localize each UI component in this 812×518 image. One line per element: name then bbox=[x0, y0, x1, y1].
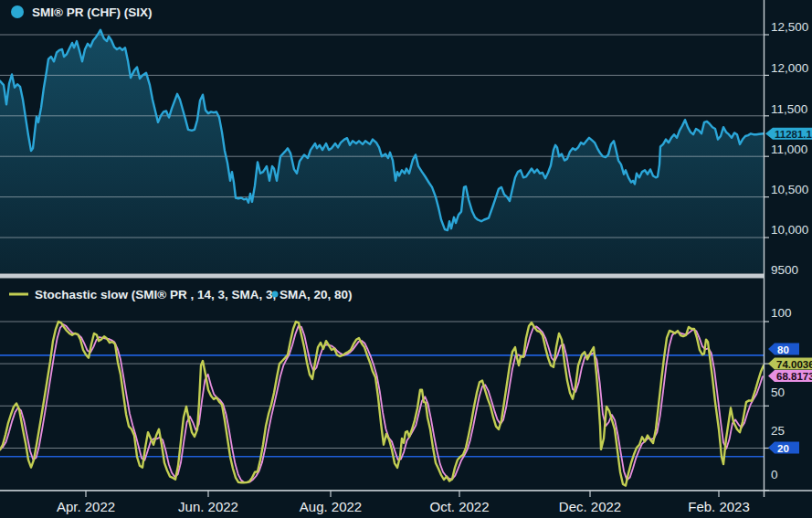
axis-label: Apr. 2022 bbox=[57, 499, 115, 514]
axis-label: 12,000 bbox=[771, 61, 808, 75]
panel-separator[interactable] bbox=[0, 274, 764, 279]
axis-label: 9500 bbox=[771, 263, 798, 277]
tag-value: 20 bbox=[777, 443, 789, 454]
stochastic-band-tag-20: 20 bbox=[768, 442, 799, 454]
price-legend-label: SMI® PR (CHF) (SIX) bbox=[32, 5, 152, 19]
axis-label: 0 bbox=[771, 468, 778, 481]
axis-label: 10,000 bbox=[771, 223, 808, 237]
axis-label: 12,500 bbox=[771, 20, 808, 34]
axis-label: 100 bbox=[771, 306, 792, 320]
axis-label: 25 bbox=[771, 424, 785, 438]
stochastic-k-value-tag: 74.0036 bbox=[768, 358, 812, 370]
axis-label: Oct. 2022 bbox=[429, 499, 489, 514]
price-series-marker-icon bbox=[11, 5, 24, 18]
tag-value: 68.8173 bbox=[776, 371, 812, 382]
axis-label: 10,500 bbox=[771, 183, 808, 196]
axis-label: Dec. 2022 bbox=[559, 499, 621, 514]
axis-label: Aug. 2022 bbox=[300, 499, 362, 514]
chart-canvas: SMI® PR (CHF) (SIX) Stochastic slow (SMI… bbox=[0, 0, 812, 518]
tag-value: 80 bbox=[777, 344, 789, 355]
stochastic-d-value-tag: 68.8173 bbox=[768, 370, 812, 382]
stochastic-legend-dot-icon bbox=[272, 291, 279, 298]
axis-label: 11,000 bbox=[771, 143, 807, 156]
axis-label: 11,500 bbox=[771, 102, 807, 116]
legend-price-series[interactable]: SMI® PR (CHF) (SIX) bbox=[11, 5, 152, 19]
chart-app: SMI® PR (CHF) (SIX) Stochastic slow (SMI… bbox=[0, 0, 812, 518]
stochastic-band-tag-80: 80 bbox=[768, 344, 799, 355]
tag-value: 74.0036 bbox=[776, 359, 812, 370]
legend-stochastic-series[interactable]: Stochastic slow (SMI® PR , 14, 3, SMA, 3… bbox=[9, 288, 353, 301]
price-tag-value: 11281.13 bbox=[775, 129, 812, 140]
current-price-tag: 11281.13 bbox=[765, 128, 812, 140]
axis-label: Jun. 2022 bbox=[178, 499, 238, 514]
stochastic-legend-label: Stochastic slow (SMI® PR , 14, 3, SMA, 3… bbox=[35, 288, 353, 301]
axis-label: Feb. 2023 bbox=[688, 499, 750, 514]
axis-label: 50 bbox=[771, 386, 785, 399]
